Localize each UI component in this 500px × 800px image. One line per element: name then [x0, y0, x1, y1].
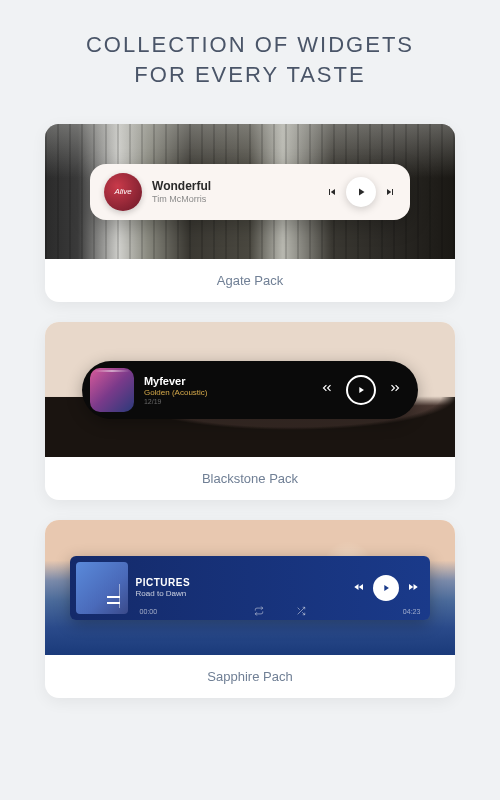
play-button[interactable]: [346, 375, 376, 405]
forward-icon[interactable]: [386, 381, 404, 399]
time-total: 04:23: [403, 608, 421, 615]
page-title: COLLECTION OF WIDGETS FOR EVERY TASTE: [0, 30, 500, 89]
play-button[interactable]: [346, 177, 376, 207]
music-widget-agate: Alive Wonderful Tim McMorris: [90, 164, 410, 220]
widget-card-agate[interactable]: Alive Wonderful Tim McMorris: [45, 124, 455, 302]
playback-controls: [352, 575, 420, 601]
widget-bottom-row: 00:00 04:23: [140, 606, 421, 617]
playback-controls: [326, 177, 396, 207]
widget-card-sapphire[interactable]: PICTURES Road to Dawn 00:00: [45, 520, 455, 698]
previous-icon[interactable]: [326, 186, 338, 198]
widget-preview: Myfever Golden (Acoustic) 12/19: [45, 322, 455, 457]
repeat-icon[interactable]: [254, 606, 264, 617]
track-title: PICTURES: [136, 577, 345, 588]
track-title: Myfever: [144, 375, 308, 387]
track-info: PICTURES Road to Dawn: [136, 577, 345, 598]
widget-preview: Alive Wonderful Tim McMorris: [45, 124, 455, 259]
forward-icon[interactable]: [406, 579, 420, 597]
track-info: Wonderful Tim McMorris: [152, 179, 316, 204]
album-art: Alive: [104, 173, 142, 211]
svg-line-2: [298, 608, 300, 610]
playback-controls: [318, 375, 404, 405]
widget-card-blackstone[interactable]: Myfever Golden (Acoustic) 12/19: [45, 322, 455, 500]
rewind-icon[interactable]: [352, 579, 366, 597]
shuffle-icon[interactable]: [296, 606, 306, 617]
pack-name-label: Sapphire Pach: [45, 655, 455, 698]
next-icon[interactable]: [384, 186, 396, 198]
track-date: 12/19: [144, 398, 308, 405]
album-art: [90, 368, 134, 412]
pack-name-label: Agate Pack: [45, 259, 455, 302]
track-artist: Golden (Acoustic): [144, 388, 308, 397]
widget-card-list: Alive Wonderful Tim McMorris: [0, 124, 500, 698]
track-artist: Tim McMorris: [152, 194, 316, 204]
widget-preview: PICTURES Road to Dawn 00:00: [45, 520, 455, 655]
pack-name-label: Blackstone Pack: [45, 457, 455, 500]
album-art: [76, 562, 128, 614]
time-elapsed: 00:00: [140, 608, 158, 615]
track-info: Myfever Golden (Acoustic) 12/19: [144, 375, 308, 405]
play-button[interactable]: [373, 575, 399, 601]
track-artist: Road to Dawn: [136, 589, 345, 598]
track-title: Wonderful: [152, 179, 316, 193]
rewind-icon[interactable]: [318, 381, 336, 399]
music-widget-sapphire: PICTURES Road to Dawn 00:00: [70, 556, 431, 620]
music-widget-blackstone: Myfever Golden (Acoustic) 12/19: [82, 361, 418, 419]
